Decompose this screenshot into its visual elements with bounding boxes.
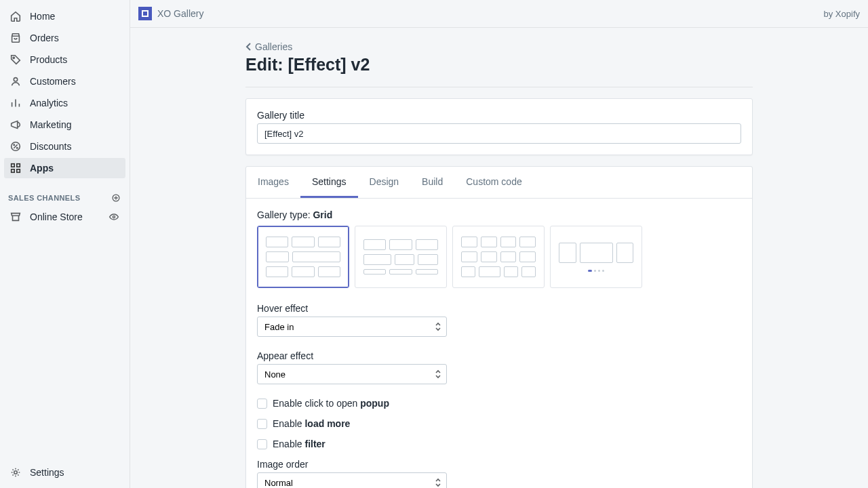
sidebar-item-home[interactable]: Home	[4, 6, 125, 26]
home-icon	[9, 10, 22, 22]
apps-icon	[9, 162, 22, 174]
checkbox-label: Enable click to open popup	[273, 398, 389, 409]
tab-settings[interactable]: Settings	[300, 167, 358, 198]
sidebar-item-products[interactable]: Products	[4, 49, 125, 70]
svg-rect-7	[12, 169, 15, 173]
hover-effect-label: Hover effect	[257, 303, 741, 314]
sidebar-item-analytics[interactable]: Analytics	[4, 93, 125, 113]
type-option-justified[interactable]	[452, 226, 545, 288]
svg-point-1	[14, 78, 17, 81]
store-icon	[9, 211, 22, 223]
type-option-masonry[interactable]	[355, 226, 447, 288]
gear-icon	[9, 466, 22, 479]
appear-effect-label: Appear effect	[257, 350, 741, 361]
title-card: Gallery title	[245, 98, 753, 155]
checkbox-label: Enable filter	[273, 439, 326, 449]
svg-point-11	[14, 471, 18, 474]
gallery-type-line: Gallery type: Grid	[257, 209, 741, 220]
gallery-type-prefix: Gallery type:	[257, 209, 313, 220]
tab-design[interactable]: Design	[358, 167, 411, 198]
appear-effect-select[interactable]: None	[257, 364, 447, 384]
checkbox-icon	[257, 399, 267, 409]
tab-custom-code[interactable]: Custom code	[454, 167, 533, 198]
sidebar-item-label: Apps	[30, 163, 54, 174]
add-channel-button[interactable]	[111, 192, 121, 203]
user-icon	[9, 75, 22, 87]
analytics-icon	[9, 97, 22, 109]
discount-icon	[9, 140, 22, 152]
svg-rect-8	[17, 169, 20, 173]
enable-loadmore-checkbox[interactable]: Enable load more	[257, 418, 741, 429]
content-scroll[interactable]: Galleries Edit: [Effect] v2 Gallery titl…	[130, 28, 868, 488]
sidebar-item-customers[interactable]: Customers	[4, 71, 125, 92]
svg-point-10	[113, 216, 115, 218]
tab-build[interactable]: Build	[410, 167, 454, 198]
sales-channels-heading: SALES CHANNELS	[0, 184, 130, 206]
gallery-type-value: Grid	[313, 209, 332, 220]
sidebar-item-label: Orders	[30, 33, 59, 43]
gallery-title-input[interactable]	[257, 123, 741, 144]
gallery-type-options	[257, 226, 741, 288]
sidebar-item-orders[interactable]: Orders	[4, 28, 125, 48]
image-order-select[interactable]: Normal	[257, 472, 447, 488]
svg-rect-5	[12, 164, 15, 167]
section-heading-label: SALES CHANNELS	[8, 194, 80, 202]
sidebar-item-discounts[interactable]: Discounts	[4, 136, 125, 157]
app-title: XO Gallery	[157, 8, 203, 19]
sidebar-item-label: Discounts	[30, 141, 71, 152]
settings-tabs: Images Settings Design Build Custom code	[246, 167, 752, 199]
sidebar-item-label: Marketing	[30, 119, 71, 130]
enable-filter-checkbox[interactable]: Enable filter	[257, 439, 741, 449]
app-logo-icon	[138, 7, 152, 20]
app-topbar: XO Gallery by Xopify	[130, 0, 868, 28]
type-option-carousel[interactable]	[550, 226, 642, 288]
svg-point-0	[13, 57, 14, 58]
gallery-title-label: Gallery title	[257, 110, 741, 121]
page-title: Edit: [Effect] v2	[245, 55, 753, 87]
checkbox-icon	[257, 439, 267, 449]
sidebar: Home Orders Products Customers Analytics…	[0, 0, 130, 488]
sidebar-item-label: Settings	[30, 467, 64, 478]
type-option-grid[interactable]	[257, 226, 349, 288]
breadcrumb-back[interactable]: Galleries	[245, 41, 292, 52]
app-byline: by Xopify	[824, 9, 860, 19]
sidebar-item-online-store[interactable]: Online Store	[4, 207, 125, 227]
orders-icon	[9, 32, 22, 44]
megaphone-icon	[9, 119, 22, 131]
chevron-left-icon	[245, 42, 252, 52]
sidebar-item-label: Home	[30, 11, 55, 22]
breadcrumb-label: Galleries	[255, 41, 292, 52]
settings-card: Images Settings Design Build Custom code…	[245, 166, 753, 488]
sidebar-item-marketing[interactable]: Marketing	[4, 115, 125, 135]
sidebar-item-settings[interactable]: Settings	[4, 461, 125, 484]
view-store-icon[interactable]	[108, 211, 120, 223]
checkbox-icon	[257, 419, 267, 429]
hover-effect-select[interactable]: Fade in	[257, 317, 447, 337]
tag-icon	[9, 54, 22, 66]
main-area: XO Gallery by Xopify Galleries Edit: [Ef…	[130, 0, 868, 488]
sidebar-item-label: Customers	[30, 76, 76, 87]
svg-point-3	[14, 144, 14, 145]
svg-point-4	[17, 148, 18, 148]
content-column: Galleries Edit: [Effect] v2 Gallery titl…	[245, 41, 753, 488]
sidebar-item-label: Analytics	[30, 98, 68, 108]
sidebar-item-apps[interactable]: Apps	[4, 158, 125, 178]
sidebar-item-label: Online Store	[30, 211, 83, 222]
checkbox-label: Enable load more	[273, 418, 350, 429]
image-order-label: Image order	[257, 459, 741, 470]
enable-popup-checkbox[interactable]: Enable click to open popup	[257, 398, 741, 409]
svg-rect-6	[17, 164, 20, 167]
sidebar-item-label: Products	[30, 54, 67, 65]
tab-images[interactable]: Images	[246, 167, 300, 198]
